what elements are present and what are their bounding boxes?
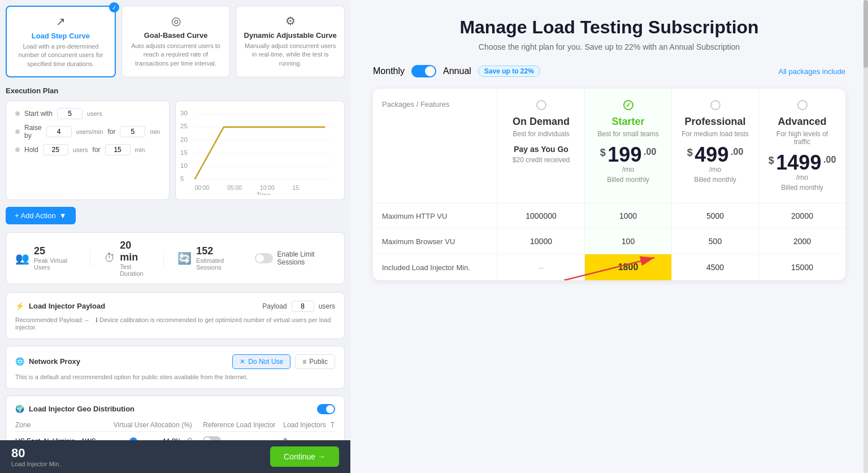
- dynamic-icon: ⚙: [243, 14, 337, 28]
- hold-for-input[interactable]: [105, 144, 131, 155]
- sessions-value: 152: [196, 245, 241, 257]
- divider-1: [90, 250, 90, 267]
- on-demand-radio[interactable]: [536, 100, 546, 110]
- injector-min-label: Included Load Injector Min.: [373, 254, 497, 280]
- advanced-billing: Billed monthly: [768, 184, 836, 192]
- pkg-header-on-demand[interactable]: On Demand Best for individuals Pay as Yo…: [497, 89, 584, 203]
- scrollbar-thumb[interactable]: [863, 0, 868, 68]
- pricing-header-row: Packages / Features On Demand Best for i…: [373, 89, 845, 203]
- advanced-currency: $: [769, 155, 774, 167]
- raise-by-label: Raise by: [24, 124, 42, 140]
- for-label-2: for: [93, 146, 101, 154]
- on-demand-credit: $20 credit received: [507, 156, 575, 164]
- monthly-label: Monthly: [373, 66, 405, 76]
- hold-input[interactable]: [43, 144, 68, 155]
- injector-min-advanced: 15000: [758, 254, 845, 280]
- page-subtitle: Choose the right plan for you. Save up t…: [373, 42, 845, 51]
- dot-icon-2: [15, 129, 20, 134]
- all-packages-link[interactable]: All packages include: [778, 67, 845, 76]
- load-step-desc: Load with a pre-determined number of con…: [14, 42, 108, 68]
- start-with-unit: users: [87, 110, 102, 117]
- geo-header: 🌍 Load Injector Geo Distribution: [15, 404, 335, 414]
- dot-icon: [15, 111, 20, 116]
- bottom-bar-info: 80 Load Injector Min.: [11, 446, 60, 467]
- injector-min-professional: 4500: [671, 254, 758, 280]
- dynamic-desc: Manually adjust concurrent users in real…: [243, 42, 337, 68]
- continue-button[interactable]: Continue →: [270, 446, 339, 467]
- on-demand-desc: Best for individuals: [507, 130, 575, 138]
- pkg-header-advanced[interactable]: Advanced For high levels of traffic $ 14…: [758, 89, 845, 203]
- zone-col-header: Zone: [15, 419, 114, 432]
- left-panel: ✓ ↗ Load Step Curve Load with a pre-dete…: [0, 0, 350, 473]
- ref-injector-col-header: Reference Load Injector: [203, 419, 283, 432]
- payload-controls: Payload users: [262, 301, 335, 312]
- selected-check-icon: ✓: [109, 2, 119, 12]
- starter-radio[interactable]: [623, 100, 633, 110]
- pkg-header-starter[interactable]: Starter Best for small teams $ 199 .00 /…: [584, 89, 671, 203]
- advanced-name: Advanced: [768, 116, 836, 128]
- execution-plan: Start with users Raise by users/min for …: [6, 101, 345, 200]
- raise-by-input[interactable]: [46, 126, 72, 137]
- advanced-cents: .00: [823, 155, 836, 165]
- on-demand-name: On Demand: [507, 116, 575, 128]
- professional-name: Professional: [681, 116, 749, 128]
- continue-label: Continue →: [284, 452, 326, 461]
- proxy-header: 🌐 Network Proxy ✕ Do Not Use ≡ Public: [15, 354, 335, 369]
- svg-text:10: 10: [180, 162, 188, 169]
- professional-billing: Billed monthly: [681, 176, 749, 184]
- exec-form: Start with users Raise by users/min for …: [6, 101, 170, 200]
- svg-text:15: 15: [180, 149, 188, 156]
- geo-toggle[interactable]: [317, 404, 335, 414]
- stats-row: 👥 25 Peak Virtual Users ⏱ 20 min Test Du…: [6, 232, 345, 284]
- add-action-button[interactable]: + Add Action ▼: [6, 207, 76, 224]
- svg-text:20: 20: [180, 136, 188, 143]
- raise-by-unit: users/min: [76, 128, 103, 135]
- curve-card-goal-based[interactable]: ◎ Goal-Based Curve Auto adjusts concurre…: [121, 6, 231, 77]
- test-duration-stat: ⏱ 20 min Test Duration: [104, 240, 150, 277]
- billing-toggle-switch[interactable]: [411, 65, 436, 77]
- do-not-use-button[interactable]: ✕ Do Not Use: [232, 354, 290, 369]
- browser-vu-label: Maximum Browser VU: [373, 229, 497, 254]
- injector-min-starter: 1800: [584, 254, 671, 280]
- right-panel: Manage Load Testing Subscription Choose …: [350, 0, 868, 473]
- payload-desc: Recommended Payload: – ℹ Device calibrat…: [15, 316, 335, 331]
- limit-sessions-toggle[interactable]: [255, 253, 272, 263]
- public-button[interactable]: ≡ Public: [295, 354, 335, 369]
- info-icon: ℹ: [96, 316, 98, 323]
- start-with-label: Start with: [24, 110, 53, 118]
- peak-users-stat: 👥 25 Peak Virtual Users: [15, 245, 76, 271]
- clock-icon: ⏱: [104, 251, 115, 264]
- start-with-input[interactable]: [57, 108, 83, 119]
- advanced-amount: 1499: [776, 151, 821, 174]
- professional-per-mo: /mo: [709, 165, 722, 173]
- pkg-header-professional[interactable]: Professional For medium load tests $ 499…: [671, 89, 758, 203]
- svg-text:25: 25: [180, 123, 188, 130]
- browser-vu-on-demand: 10000: [497, 229, 584, 254]
- browser-vu-starter: 100: [584, 229, 671, 254]
- professional-radio[interactable]: [710, 100, 721, 110]
- http-vu-professional: 5000: [671, 203, 758, 228]
- payload-input[interactable]: [292, 301, 314, 312]
- test-duration-value: 20 min: [120, 240, 150, 263]
- proxy-title: 🌐 Network Proxy: [15, 357, 80, 366]
- advanced-desc: For high levels of traffic: [768, 130, 836, 146]
- curve-card-dynamic[interactable]: ⚙ Dynamic Adjustable Curve Manually adju…: [236, 6, 345, 77]
- proxy-buttons: ✕ Do Not Use ≡ Public: [232, 354, 335, 369]
- bottom-bar: 80 Load Injector Min. Continue →: [0, 440, 350, 473]
- bottom-bar-label: Load Injector Min.: [11, 461, 60, 467]
- curve-card-load-step[interactable]: ✓ ↗ Load Step Curve Load with a pre-dete…: [6, 6, 116, 77]
- starter-per-mo: /mo: [622, 165, 635, 173]
- http-vu-on-demand: 1000000: [497, 203, 584, 228]
- advanced-radio[interactable]: [797, 100, 808, 110]
- starter-amount: 199: [607, 143, 641, 166]
- dropdown-icon: ▼: [59, 211, 67, 220]
- http-vu-starter: 1000: [584, 203, 671, 228]
- peak-users-value: 25: [34, 245, 76, 257]
- proxy-icon: 🌐: [15, 357, 24, 366]
- payload-header: ⚡ Load Injector Payload Payload users: [15, 301, 335, 312]
- starter-name: Starter: [594, 116, 662, 128]
- scrollbar-track: [863, 0, 868, 473]
- feature-row-browser-vu: Maximum Browser VU 10000 100 500 2000: [373, 229, 845, 254]
- raise-for-input[interactable]: [120, 126, 145, 137]
- professional-cents: .00: [731, 147, 743, 157]
